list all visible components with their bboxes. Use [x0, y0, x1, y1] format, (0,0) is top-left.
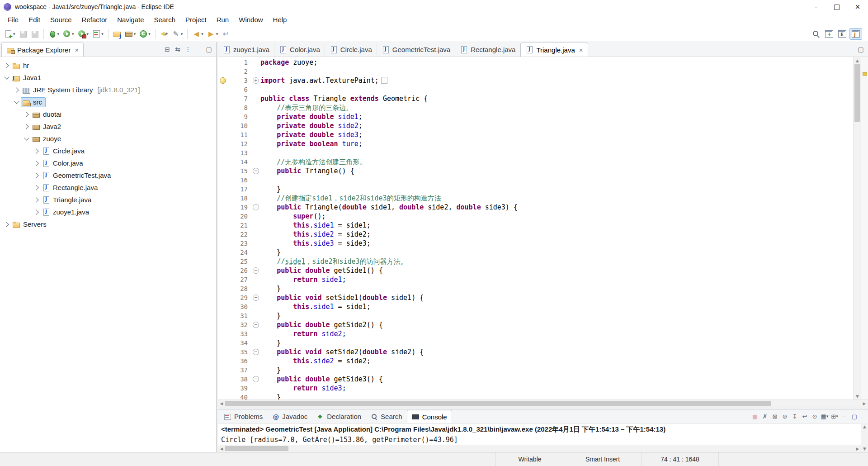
minimize-view-button[interactable]: – — [840, 412, 849, 421]
dropdown-arrow-icon[interactable]: ▾ — [13, 32, 15, 36]
new-java-project-button[interactable] — [111, 29, 123, 39]
code-line[interactable]: 19− public Triangle(double side1, double… — [218, 203, 853, 212]
menu-edit[interactable]: Edit — [24, 14, 45, 25]
collapse-fold-icon[interactable]: − — [253, 168, 259, 174]
pin-console-button[interactable]: ⊙ — [810, 412, 819, 421]
run-external-tools-button[interactable]: ▾ — [76, 29, 91, 39]
code-line[interactable]: 22 this.side2 = side2; — [218, 230, 853, 239]
collapse-fold-icon[interactable]: − — [253, 376, 259, 382]
code-line[interactable]: 39 return side3; — [218, 384, 853, 393]
code-line[interactable]: 35− public void setSide2(double side2) { — [218, 347, 853, 357]
scroll-lock-button[interactable]: ↧ — [790, 412, 799, 421]
chevron-right-icon[interactable] — [23, 110, 31, 119]
code-line[interactable]: 10 private double side2; — [218, 121, 853, 130]
close-tab-icon[interactable]: × — [579, 46, 583, 54]
chevron-right-icon[interactable] — [23, 123, 31, 131]
vertical-scrollbar-thumb[interactable] — [854, 64, 860, 122]
code-line[interactable]: 30 this.side1 = side1; — [218, 302, 853, 311]
tree-item-jre-system-library[interactable]: JRE System Library[jdk1.8.0_321] — [0, 84, 216, 96]
code-line[interactable]: 11 private double side3; — [218, 130, 853, 139]
maximize-window-button[interactable]: □ — [826, 0, 847, 14]
tree-item-triangle-java[interactable]: Triangle.java — [0, 194, 216, 206]
dropdown-arrow-icon[interactable]: ▾ — [148, 32, 151, 36]
code-line[interactable]: 40 } — [218, 393, 853, 399]
tree-item-color-java[interactable]: Color.java — [0, 157, 216, 169]
tree-item-duotai[interactable]: duotai — [0, 108, 216, 120]
open-search-dialog-button[interactable] — [158, 29, 170, 39]
dropdown-arrow-icon[interactable]: ▾ — [87, 32, 89, 36]
horizontal-scrollbar-thumb[interactable] — [225, 401, 771, 406]
code-line[interactable]: 1package zuoye; — [218, 58, 853, 67]
scroll-right-arrow[interactable]: ▶ — [854, 445, 861, 452]
back-button[interactable]: ◀▾ — [190, 29, 205, 39]
maximize-view-button[interactable]: ▢ — [850, 412, 859, 421]
code-line[interactable]: 27 return side1; — [218, 275, 853, 284]
code-line[interactable]: 18 //创建指定side1，side2和side3的矩形的构造方法 — [218, 194, 853, 203]
run-button[interactable]: ▾ — [61, 29, 76, 39]
quickfix-warning-icon[interactable] — [220, 77, 226, 84]
code-line[interactable]: 31 } — [218, 311, 853, 320]
open-console-button[interactable]: ⊞▾ — [830, 412, 839, 421]
new-package-button[interactable]: ▾ — [123, 29, 138, 39]
open-task-button[interactable]: ✎▾ — [170, 29, 185, 39]
code-line[interactable]: 28 } — [218, 284, 853, 293]
dropdown-arrow-icon[interactable]: ▾ — [181, 32, 183, 36]
console-scrollbar-thumb[interactable] — [225, 446, 288, 451]
find-actions-button[interactable] — [810, 29, 822, 39]
cursor-position-status[interactable]: 74 : 41 : 1648 — [641, 452, 718, 466]
collapse-fold-icon[interactable]: − — [253, 267, 259, 274]
expand-fold-icon[interactable]: + — [253, 77, 259, 84]
code-line[interactable]: 32− public double getSide2() { — [218, 320, 853, 329]
chevron-right-icon[interactable] — [3, 220, 11, 228]
display-selected-console-button[interactable]: ▦▾ — [820, 412, 829, 421]
code-line[interactable]: 9 private double side1; — [218, 112, 853, 121]
remove-launch-button[interactable]: ✗ — [760, 412, 769, 421]
coverage-button[interactable]: ▾ — [90, 29, 105, 39]
bottom-tab-console[interactable]: Console — [407, 410, 452, 423]
minimize-view-button[interactable]: – — [193, 45, 203, 54]
menu-navigate[interactable]: Navigate — [112, 14, 149, 25]
tree-item-zuoye1-java[interactable]: zuoye1.java — [0, 206, 216, 218]
menu-search[interactable]: Search — [149, 14, 180, 25]
tree-item-geometrictest-java[interactable]: GeometricTest.java — [0, 169, 216, 181]
code-line[interactable]: 8 //表示三角形的三条边。 — [218, 103, 853, 112]
code-line[interactable]: 23 this.side3 = side3; — [218, 239, 853, 248]
chevron-down-icon[interactable] — [3, 74, 11, 82]
menu-project[interactable]: Project — [180, 14, 212, 25]
code-line[interactable]: 25 //side1，side2和side3的访问器方法。 — [218, 257, 853, 266]
close-view-icon[interactable]: × — [75, 46, 79, 54]
new-wizard-button[interactable]: ▾ — [2, 29, 17, 39]
overview-ruler[interactable] — [861, 57, 868, 399]
bottom-tab-javadoc[interactable]: Javadoc — [267, 410, 312, 423]
chevron-right-icon[interactable] — [13, 86, 21, 94]
menu-help[interactable]: Help — [268, 14, 292, 25]
tree-item-rectangle-java[interactable]: Rectangle.java — [0, 181, 216, 194]
tree-item-servers[interactable]: Servers — [0, 218, 216, 230]
chevron-right-icon[interactable] — [33, 184, 41, 192]
folded-region-box[interactable] — [381, 77, 387, 84]
tree-item-circle-java[interactable]: Circle.java — [0, 145, 216, 157]
scroll-up-arrow[interactable]: ▲ — [854, 57, 861, 64]
code-line[interactable]: 3+import java.awt.TexturePaint; — [218, 76, 853, 85]
scroll-right-arrow[interactable]: ▶ — [861, 400, 868, 407]
code-line[interactable]: 24 } — [218, 248, 853, 257]
editor-tab-zuoye1-java[interactable]: zuoye1.java — [218, 43, 274, 57]
menu-refactor[interactable]: Refactor — [77, 14, 113, 25]
code-line[interactable]: 20 super(); — [218, 212, 853, 221]
editor-tab-color-java[interactable]: Color.java — [274, 43, 325, 57]
code-line[interactable]: 37 } — [218, 366, 853, 375]
maximize-view-button[interactable]: ▢ — [856, 45, 866, 54]
console-horizontal-scrollbar[interactable]: ◀ ▶ — [218, 445, 861, 452]
dropdown-arrow-icon[interactable]: ▾ — [836, 414, 838, 418]
word-wrap-button[interactable]: ↩ — [800, 412, 809, 421]
bottom-tab-declaration[interactable]: Declaration — [312, 410, 366, 423]
dropdown-arrow-icon[interactable]: ▾ — [216, 32, 218, 36]
bottom-tab-search[interactable]: Search — [366, 410, 407, 423]
link-with-editor-button[interactable]: ⇆ — [173, 45, 183, 54]
forward-button[interactable]: ▶▾ — [205, 29, 220, 39]
chevron-right-icon[interactable] — [33, 171, 41, 180]
scroll-left-arrow[interactable]: ◀ — [218, 445, 225, 452]
code-editor[interactable]: 1package zuoye;23+import java.awt.Textur… — [218, 57, 868, 399]
dropdown-arrow-icon[interactable]: ▾ — [826, 414, 829, 418]
code-line[interactable]: 12 private boolean ture; — [218, 139, 853, 148]
